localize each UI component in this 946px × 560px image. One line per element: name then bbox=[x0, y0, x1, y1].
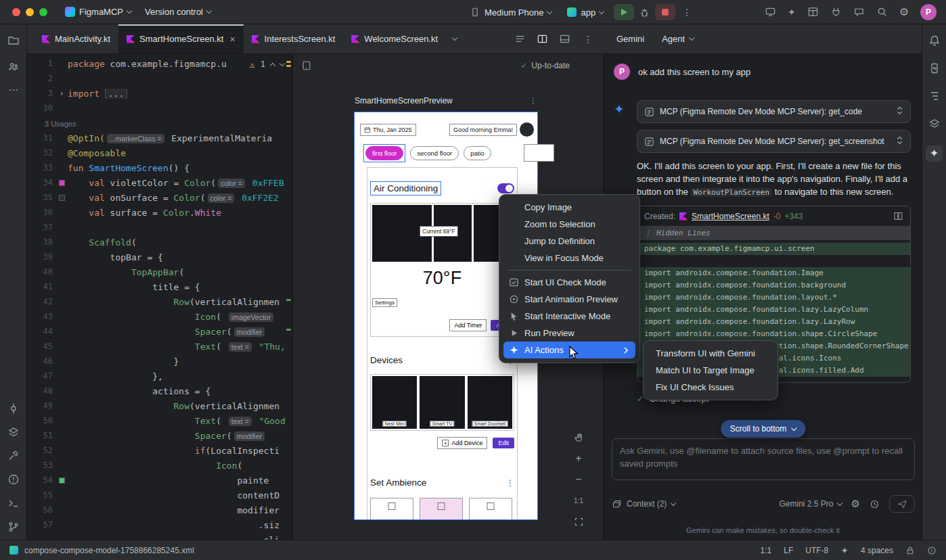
file-encoding[interactable]: UTF-8 bbox=[805, 546, 828, 555]
menu-item-jump-to-definition[interactable]: Jump to Definition bbox=[503, 233, 635, 250]
menu-item-start-interactive-mode[interactable]: Start Interactive Mode bbox=[503, 308, 635, 325]
tool-call-card[interactable]: MCP (Figma Remote Dev Mode MCP Server): … bbox=[637, 130, 911, 153]
notifications-icon[interactable] bbox=[928, 34, 941, 47]
ambience-options-icon[interactable]: ⋮ bbox=[506, 478, 514, 488]
statusbar-file[interactable]: compose-compose-model-1758866285245.xml bbox=[24, 546, 194, 555]
editor-tab-mainactivity-kt[interactable]: MainActivity.kt bbox=[34, 24, 118, 53]
preview-options-icon[interactable]: ⋮ bbox=[529, 96, 537, 106]
add-device-button[interactable]: +Add Device bbox=[437, 437, 487, 449]
settings-icon[interactable]: ⚙ bbox=[899, 5, 909, 18]
commit-tool-icon[interactable] bbox=[7, 402, 20, 415]
menu-item-start-ui-check-mode[interactable]: Start UI Check Mode bbox=[503, 274, 635, 291]
menu-item-run-preview[interactable]: Run Preview bbox=[503, 325, 635, 342]
git-tool-icon[interactable] bbox=[7, 521, 20, 533]
device-card-nest-mini[interactable]: Nest Mini bbox=[372, 376, 417, 429]
editor-tab-smarthomescreen-kt[interactable]: SmartHomeScreen.kt× bbox=[118, 24, 243, 53]
vcs-widget[interactable]: Version control bbox=[139, 4, 217, 20]
terminal-tool-icon[interactable] bbox=[7, 497, 20, 509]
zoom-in-button[interactable]: + bbox=[571, 451, 586, 466]
packages-tool-icon[interactable] bbox=[7, 426, 20, 438]
expand-icon[interactable] bbox=[896, 106, 903, 115]
room-chip-patio[interactable]: patio bbox=[464, 146, 491, 160]
zoom-to-fit-icon[interactable] bbox=[571, 514, 586, 529]
close-window-button[interactable] bbox=[12, 8, 20, 16]
submenu-item-transform-ui-with-gemini[interactable]: Transform UI with Gemini bbox=[648, 345, 773, 362]
color-swatch[interactable] bbox=[59, 180, 65, 186]
ambience-card[interactable] bbox=[420, 498, 463, 519]
build-tool-icon[interactable] bbox=[7, 450, 20, 462]
tab-gemini[interactable]: Gemini bbox=[616, 34, 644, 44]
gemini-icon[interactable]: ✦ bbox=[788, 7, 796, 17]
fold-icon[interactable]: › bbox=[59, 89, 64, 98]
indent-setting[interactable]: 4 spaces bbox=[861, 546, 893, 555]
run-configuration[interactable]: app bbox=[562, 5, 609, 20]
gemini-status-icon[interactable]: ✦ bbox=[840, 546, 849, 555]
submenu-item-match-ui-to-target-image[interactable]: Match UI to Target Image bbox=[648, 362, 773, 379]
device-selector[interactable]: Medium Phone bbox=[464, 4, 557, 20]
expand-icon[interactable] bbox=[896, 136, 903, 145]
menu-item-start-animation-preview[interactable]: Start Animation Preview bbox=[503, 291, 635, 308]
chat-settings-icon[interactable]: ⚙ bbox=[851, 498, 860, 510]
color-swatch[interactable] bbox=[59, 477, 65, 484]
user-avatar[interactable] bbox=[520, 122, 534, 137]
stop-button[interactable] bbox=[655, 4, 675, 20]
scroll-to-bottom-button[interactable]: Scroll to bottom bbox=[721, 420, 805, 438]
editor-tab-welcomescreen-kt[interactable]: WelcomeScreen.kt bbox=[343, 24, 446, 53]
close-tab-icon[interactable]: × bbox=[229, 34, 235, 45]
inspection-widget[interactable]: ⚠ 1 bbox=[247, 58, 287, 70]
ambience-card[interactable] bbox=[370, 498, 413, 519]
more-run-actions-icon[interactable]: ⋮ bbox=[680, 7, 694, 18]
code-editor[interactable]: 1package com.example.figmamcp.u23›import… bbox=[27, 54, 292, 540]
chat-input[interactable]: Ask Gemini, use @filename to attach sour… bbox=[612, 438, 915, 480]
debug-button[interactable] bbox=[639, 7, 650, 18]
dependencies-tool-icon[interactable] bbox=[928, 118, 941, 130]
code-view-icon[interactable] bbox=[514, 33, 526, 45]
edit-devices-button[interactable]: Edit bbox=[493, 438, 514, 448]
split-view-icon[interactable] bbox=[537, 33, 548, 45]
design-view-icon[interactable] bbox=[559, 33, 570, 45]
previous-problem-icon[interactable] bbox=[270, 62, 275, 68]
hidden-tabs-dropdown[interactable] bbox=[446, 24, 464, 53]
room-chip-second-floor[interactable]: second floor bbox=[410, 146, 459, 160]
next-problem-icon[interactable] bbox=[279, 61, 285, 66]
caret-position[interactable]: 1:1 bbox=[761, 546, 772, 555]
feedback-icon[interactable] bbox=[853, 6, 865, 18]
hidden-lines-bar[interactable]: ⋮Hidden Lines bbox=[637, 226, 910, 240]
project-widget[interactable]: FigmaMCP bbox=[60, 4, 137, 20]
device-card-smart-doorbell[interactable]: Smart Doorbell bbox=[468, 376, 512, 429]
pan-hand-icon[interactable] bbox=[571, 430, 586, 445]
editor-more-options-icon[interactable]: ⋮ bbox=[581, 34, 595, 45]
device-frame-icon[interactable] bbox=[301, 60, 312, 71]
profile-avatar[interactable]: P bbox=[920, 4, 937, 20]
settings-label[interactable]: Settings bbox=[372, 298, 397, 307]
color-swatch[interactable] bbox=[59, 195, 65, 201]
run-button[interactable] bbox=[614, 4, 634, 20]
editor-tab-interestsscreen-kt[interactable]: InterestsScreen.kt bbox=[244, 24, 344, 53]
zoom-out-button[interactable]: − bbox=[571, 472, 586, 487]
model-selector[interactable]: Gemini 2.5 Pro bbox=[780, 499, 842, 509]
menu-item-view-in-focus-mode[interactable]: View in Focus Mode bbox=[503, 250, 635, 266]
line-separator[interactable]: LF bbox=[784, 546, 793, 555]
plugins-icon[interactable] bbox=[830, 6, 842, 18]
zoom-level[interactable]: 1:1 bbox=[571, 493, 586, 508]
running-devices-icon[interactable] bbox=[928, 62, 941, 74]
structure-tool-icon[interactable] bbox=[928, 90, 941, 102]
project-tool-icon[interactable] bbox=[7, 34, 20, 47]
more-tool-windows-icon[interactable]: ⋯ bbox=[8, 87, 18, 93]
maximize-window-button[interactable] bbox=[39, 8, 47, 16]
send-button[interactable] bbox=[889, 495, 915, 513]
layout-windows-icon[interactable] bbox=[807, 6, 819, 18]
selection-handle[interactable] bbox=[524, 144, 554, 162]
device-mirroring-icon[interactable] bbox=[765, 6, 776, 18]
open-diff-icon[interactable] bbox=[893, 211, 903, 221]
tab-agent[interactable]: Agent bbox=[662, 34, 694, 44]
lock-icon[interactable] bbox=[905, 546, 915, 555]
minimize-window-button[interactable] bbox=[26, 8, 34, 16]
history-icon[interactable] bbox=[870, 499, 880, 509]
context-selector[interactable]: Context (2) bbox=[612, 499, 675, 509]
gemini-tool-icon[interactable]: ✦ bbox=[926, 145, 943, 162]
problems-tool-icon[interactable] bbox=[7, 473, 20, 486]
device-card-smart-tv[interactable]: Smart TV bbox=[420, 376, 464, 429]
submenu-item-fix-ui-check-issues[interactable]: Fix UI Check Issues bbox=[648, 379, 773, 396]
menu-item-zoom-to-selection[interactable]: Zoom to Selection bbox=[503, 216, 635, 233]
